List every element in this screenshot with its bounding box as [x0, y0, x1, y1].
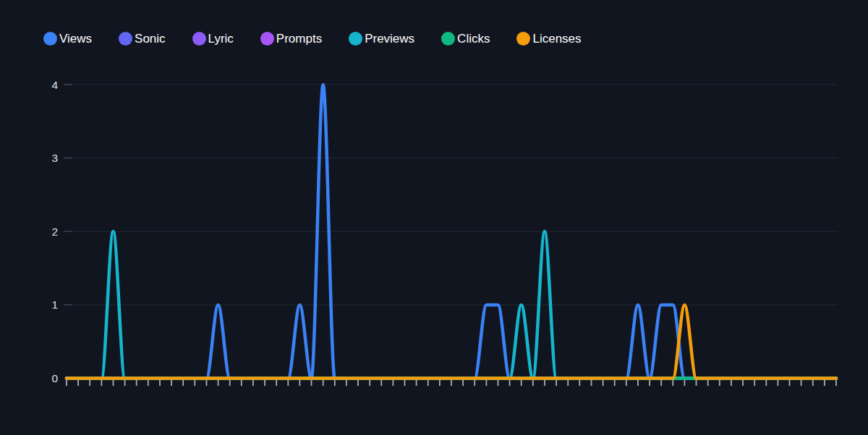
legend-item-clicks[interactable]: Clicks: [441, 32, 490, 46]
legend-item-label: Views: [59, 32, 92, 46]
legend-item-label: Lyric: [208, 32, 234, 46]
legend-series-dot-icon: [441, 32, 455, 46]
legend-item-label: Sonic: [135, 32, 166, 46]
y-axis-label-0: 0: [51, 372, 58, 384]
y-axis-label-3: 3: [51, 152, 58, 164]
legend-item-label: Previews: [365, 32, 414, 46]
legend-series-dot-icon: [349, 32, 362, 46]
legend-item-prompts[interactable]: Prompts: [260, 32, 322, 46]
legend-series-dot-icon: [43, 32, 57, 46]
legend-item-licenses[interactable]: Licenses: [516, 32, 581, 46]
legend-item-views[interactable]: Views: [43, 32, 92, 46]
series-line-licenses: [67, 305, 836, 379]
y-axis-label-4: 4: [51, 79, 58, 91]
legend-item-previews[interactable]: Previews: [349, 32, 414, 46]
legend: Views Sonic Lyric Prompts Previews Click…: [43, 32, 582, 46]
legend-series-dot-icon: [260, 32, 274, 46]
legend-item-sonic[interactable]: Sonic: [119, 32, 166, 46]
legend-item-label: Prompts: [276, 32, 322, 46]
y-axis-label-2: 2: [51, 225, 58, 238]
legend-series-dot-icon: [192, 32, 206, 46]
legend-item-label: Clicks: [457, 32, 490, 46]
y-axis-label-1: 1: [51, 298, 58, 311]
legend-item-label: Licenses: [532, 32, 581, 46]
line-chart-canvas[interactable]: 01234: [0, 0, 868, 435]
legend-item-lyric[interactable]: Lyric: [192, 32, 234, 46]
legend-series-dot-icon: [119, 32, 132, 46]
legend-series-dot-icon: [516, 32, 530, 46]
